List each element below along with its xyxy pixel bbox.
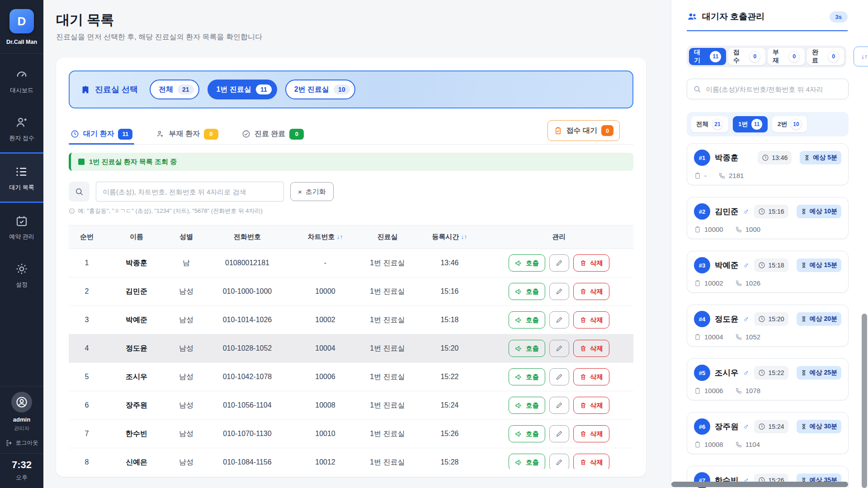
waiting-card[interactable]: #2 김민준 ♂ 15:16 예상 10분 10000 1000	[687, 197, 849, 239]
edit-button[interactable]	[549, 311, 569, 328]
horizontal-scrollbar-thumb[interactable]	[671, 482, 848, 487]
panel-tab-intake[interactable]: 접수 0	[728, 48, 765, 65]
edit-button[interactable]	[549, 397, 569, 414]
table-row[interactable]: 5 조시우 남성 010-1042-1078 10006 1번 진료실 15:2…	[69, 363, 633, 391]
registered-time: 15:18	[768, 262, 784, 269]
person-add-icon	[15, 116, 28, 129]
person-absent-icon	[156, 130, 165, 138]
hourglass-icon	[801, 423, 807, 430]
edit-button[interactable]	[549, 425, 569, 442]
cell-chart: 10006	[290, 363, 360, 391]
panel-filter-room2[interactable]: 2번 10	[772, 116, 807, 132]
delete-button[interactable]: 삭제	[573, 397, 609, 414]
reset-button[interactable]: × 초기화	[290, 182, 334, 201]
pencil-icon	[556, 459, 563, 466]
call-button[interactable]: 호출	[509, 397, 545, 414]
delete-button[interactable]: 삭제	[573, 254, 609, 272]
cell-no: 3	[69, 306, 105, 334]
tab-absent-patients[interactable]: 부재 환자 0	[154, 119, 220, 144]
trash-icon	[580, 373, 587, 380]
cell-phone: 010-1000-1000	[204, 277, 290, 306]
waiting-card[interactable]: #5 조시우 ♂ 15:22 예상 25분 10006 1078	[687, 358, 849, 400]
intake-waiting-button[interactable]: 접수 대기 0	[547, 120, 620, 141]
cell-time: 15:28	[415, 448, 485, 469]
logout-button[interactable]: 로그아웃	[5, 439, 38, 447]
app-logo-icon: D	[9, 9, 34, 33]
sidebar-item-patient-intake[interactable]: 환자 접수	[0, 104, 43, 152]
table-row[interactable]: 2 김민준 남성 010-1000-1000 10000 1번 진료실 15:1…	[69, 277, 633, 306]
registered-time: 15:16	[768, 208, 784, 215]
clock-icon	[758, 315, 765, 323]
registered-time: 15:20	[768, 315, 784, 323]
call-button[interactable]: 호출	[509, 283, 545, 300]
col-chart-sortable[interactable]: 차트번호↓↑	[290, 225, 360, 249]
call-button-label: 호출	[526, 373, 539, 381]
edit-button[interactable]	[549, 454, 569, 469]
call-button[interactable]: 호출	[509, 425, 545, 442]
table-row[interactable]: 1 박종훈 남 01080012181 - 1번 진료실 13:46 호출	[69, 249, 633, 277]
chart-number: 10002	[704, 279, 723, 287]
male-icon: ♂	[743, 314, 750, 324]
call-button[interactable]: 호출	[509, 254, 545, 272]
edit-button[interactable]	[549, 340, 569, 357]
cell-room: 1번 진료실	[360, 420, 415, 448]
room-pill-room2[interactable]: 2번 진료실 10	[285, 80, 355, 99]
vertical-scrollbar-thumb[interactable]	[862, 314, 867, 488]
megaphone-icon	[515, 430, 523, 438]
edit-button[interactable]	[549, 254, 569, 272]
trash-icon	[580, 316, 587, 324]
panel-search-input[interactable]	[706, 85, 842, 93]
search-icon	[693, 85, 702, 94]
panel-filter-all[interactable]: 전체 21	[691, 116, 728, 132]
sidebar-item-settings[interactable]: 설정	[0, 251, 43, 299]
search-button[interactable]	[69, 182, 90, 202]
phone-meta: 1052	[735, 333, 760, 341]
call-button[interactable]: 호출	[509, 454, 545, 469]
panel-tab-done[interactable]: 완료 0	[807, 48, 844, 65]
waiting-card[interactable]: #4 정도윤 ♂ 15:20 예상 20분 10004 1052	[687, 305, 849, 347]
phone-meta: 1078	[735, 387, 760, 394]
table-row[interactable]: 3 박예준 남성 010-1014-1026 10002 1번 진료실 15:1…	[69, 306, 633, 334]
panel-tab-absent[interactable]: 부재 0	[768, 48, 805, 65]
chart-number-meta: 10002	[694, 279, 723, 287]
waiting-card[interactable]: #3 박예준 ♂ 15:18 예상 15분 10002 1026	[687, 251, 849, 293]
room-pill-all[interactable]: 전체 21	[150, 80, 199, 99]
panel-tab-waiting[interactable]: 대기 11	[689, 48, 726, 65]
sort-by-chart-button[interactable]: ↓↑ 차트번호	[854, 47, 868, 66]
table-row[interactable]: 8 신예은 남성 010-1084-1156 10012 1번 진료실 15:2…	[69, 448, 633, 469]
table-row[interactable]: 6 장주원 남성 010-1056-1104 10008 1번 진료실 15:2…	[69, 391, 633, 420]
tab-waiting-patients[interactable]: 대기 환자 11	[69, 119, 134, 144]
col-time-sortable[interactable]: 등록시간↓↑	[415, 225, 485, 249]
delete-button[interactable]: 삭제	[573, 425, 609, 442]
room-pill-room1[interactable]: 1번 진료실 11	[208, 80, 277, 99]
tab-completed[interactable]: 진료 완료 0	[240, 119, 306, 144]
edit-button[interactable]	[549, 368, 569, 385]
search-input[interactable]	[96, 182, 284, 202]
table-row[interactable]: 4 정도윤 남성 010-1028-1052 10004 1번 진료실 15:2…	[69, 334, 633, 363]
sidebar-item-reservations[interactable]: 예약 관리	[0, 203, 43, 251]
waiting-card[interactable]: #6 장주원 ♂ 15:24 예상 30분 10008 1104	[687, 412, 849, 454]
count-badge: 0	[828, 51, 839, 62]
delete-button[interactable]: 삭제	[573, 454, 609, 469]
table-row[interactable]: 7 한수빈 남성 010-1070-1130 10010 1번 진료실 15:2…	[69, 420, 633, 448]
cell-no: 1	[69, 249, 105, 277]
delete-button[interactable]: 삭제	[573, 340, 609, 357]
chart-number: 10006	[704, 387, 723, 394]
search-icon	[75, 187, 84, 197]
cell-chart: 10004	[290, 334, 360, 363]
count-badge: 11	[118, 129, 132, 140]
panel-filter-room1[interactable]: 1번 11	[733, 116, 768, 132]
chart-number: -	[704, 172, 707, 179]
delete-button[interactable]: 삭제	[573, 311, 609, 328]
edit-button[interactable]	[549, 283, 569, 300]
row-actions: 호출 삭제	[485, 397, 633, 414]
delete-button[interactable]: 삭제	[573, 368, 609, 385]
sidebar-item-waiting-list[interactable]: 대기 목록	[0, 152, 43, 203]
call-button[interactable]: 호출	[509, 340, 545, 357]
pencil-icon	[556, 402, 563, 409]
call-button[interactable]: 호출	[509, 311, 545, 328]
call-button[interactable]: 호출	[509, 368, 545, 385]
waiting-card[interactable]: #1 박종훈 ♂ 13:46 예상 5분 - 2181	[687, 143, 849, 185]
sidebar-item-dashboard[interactable]: 대시보드	[0, 56, 43, 104]
delete-button[interactable]: 삭제	[573, 283, 609, 300]
